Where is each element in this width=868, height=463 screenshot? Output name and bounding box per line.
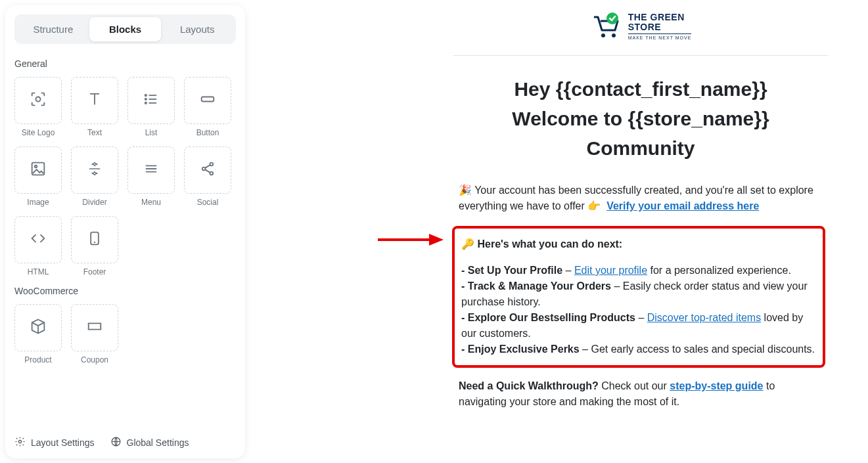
- party-icon: 🎉: [459, 185, 472, 196]
- callout-lead: 🔑 Here's what you can do next:: [461, 236, 816, 252]
- block-label: Menu: [141, 198, 161, 207]
- svg-point-11: [18, 440, 21, 443]
- callout-item: - Set Up Your Profile – Edit your profil…: [461, 263, 816, 278]
- svg-point-3: [145, 102, 147, 104]
- block-label: Site Logo: [22, 128, 55, 137]
- image-icon: [29, 160, 47, 181]
- callout-box: 🔑 Here's what you can do next: - Set Up …: [452, 226, 825, 368]
- intro-text: 🎉 Your account has been successfully cre…: [447, 183, 834, 214]
- block-label: Footer: [83, 267, 106, 276]
- panel-footer: Layout Settings Global Settings: [14, 427, 236, 449]
- share-icon: [198, 160, 217, 181]
- headline-line: Hey {{contact_first_name}}: [459, 74, 823, 104]
- block-text[interactable]: Text: [71, 77, 118, 137]
- block-label: Coupon: [81, 355, 108, 364]
- logo-line2: STORE: [628, 22, 692, 32]
- block-menu[interactable]: Menu: [127, 146, 175, 207]
- block-footer[interactable]: Footer: [71, 216, 118, 276]
- coupon-icon: [85, 317, 104, 338]
- block-label: Divider: [82, 198, 106, 207]
- section-title-general: General: [14, 58, 236, 69]
- discover-items-link[interactable]: Discover top-rated items: [647, 312, 761, 323]
- key-icon: 🔑: [461, 238, 474, 250]
- section-title-woo: WooCommerce: [14, 286, 236, 296]
- block-list[interactable]: List: [127, 77, 175, 137]
- block-button[interactable]: Button: [184, 77, 231, 137]
- layout-settings-label: Layout Settings: [31, 437, 95, 448]
- svg-point-6: [35, 165, 37, 168]
- blocks-grid-woo: Product Coupon: [14, 304, 236, 364]
- menu-icon: [142, 160, 160, 181]
- svg-point-1: [145, 95, 147, 96]
- block-coupon[interactable]: Coupon: [71, 304, 118, 364]
- headline-line: Community: [459, 133, 823, 163]
- global-settings-link[interactable]: Global Settings: [110, 436, 189, 449]
- tab-blocks[interactable]: Blocks: [89, 17, 162, 41]
- cart-icon: [590, 11, 622, 42]
- blocks-panel: Structure Blocks Layouts General Site Lo…: [5, 5, 245, 458]
- svg-point-0: [36, 97, 41, 102]
- preview-headline: Hey {{contact_first_name}} Welcome to {{…: [447, 74, 834, 163]
- callout-item: - Track & Manage Your Orders – Easily ch…: [461, 278, 816, 310]
- headline-line: Welcome to {{store_name}}: [459, 104, 823, 133]
- callout-item: - Explore Our Bestselling Products – Dis…: [461, 310, 816, 342]
- gear-icon: [14, 436, 26, 449]
- svg-point-7: [210, 163, 214, 166]
- logo-wrap: THE GREEN STORE MAKE THE NEXT MOVE: [447, 11, 834, 42]
- camera-focus-icon: [29, 90, 47, 111]
- block-html[interactable]: HTML: [14, 216, 62, 276]
- preview-divider: [453, 55, 828, 56]
- footer-icon: [85, 229, 104, 250]
- store-logo: THE GREEN STORE MAKE THE NEXT MOVE: [590, 11, 692, 42]
- block-label: Social: [197, 198, 219, 207]
- walkthrough-text: Need a Quick Walkthrough? Check out our …: [447, 378, 834, 410]
- point-icon: 👉: [587, 200, 601, 211]
- globe-icon: [110, 436, 122, 449]
- email-preview: THE GREEN STORE MAKE THE NEXT MOVE Hey {…: [440, 0, 841, 463]
- svg-point-9: [210, 172, 214, 175]
- code-icon: [29, 229, 47, 250]
- block-label: Button: [196, 128, 219, 137]
- svg-point-16: [612, 33, 616, 37]
- block-label: HTML: [28, 267, 49, 276]
- divider-icon: [85, 160, 104, 181]
- block-social[interactable]: Social: [184, 146, 231, 207]
- box-icon: [29, 317, 47, 338]
- block-label: List: [145, 128, 158, 137]
- button-icon: [198, 90, 217, 111]
- svg-point-8: [202, 167, 206, 171]
- svg-rect-4: [202, 97, 214, 102]
- tab-layouts[interactable]: Layouts: [161, 17, 233, 41]
- tab-structure[interactable]: Structure: [17, 17, 89, 41]
- svg-point-2: [145, 99, 147, 100]
- logo-tagline: MAKE THE NEXT MOVE: [628, 33, 692, 40]
- block-divider[interactable]: Divider: [71, 146, 118, 207]
- global-settings-label: Global Settings: [127, 437, 189, 448]
- block-label: Product: [24, 355, 51, 364]
- verify-email-link[interactable]: Verify your email address here: [606, 200, 759, 211]
- block-image[interactable]: Image: [14, 146, 62, 207]
- blocks-grid-general: Site Logo Text List Button Image: [14, 77, 236, 276]
- block-site-logo[interactable]: Site Logo: [14, 77, 62, 137]
- block-label: Image: [27, 198, 49, 207]
- annotation-arrow: [378, 230, 444, 250]
- panel-tabs: Structure Blocks Layouts: [14, 14, 236, 44]
- step-guide-link[interactable]: step-by-step guide: [670, 380, 763, 391]
- svg-point-15: [601, 33, 605, 37]
- block-product[interactable]: Product: [14, 304, 62, 364]
- callout-item: - Enjoy Exclusive Perks – Get early acce…: [461, 342, 816, 357]
- text-icon: [85, 90, 104, 111]
- block-label: Text: [87, 128, 102, 137]
- layout-settings-link[interactable]: Layout Settings: [14, 436, 95, 449]
- edit-profile-link[interactable]: Edit your profile: [574, 265, 647, 276]
- list-icon: [142, 90, 160, 111]
- logo-line1: THE GREEN: [628, 12, 692, 22]
